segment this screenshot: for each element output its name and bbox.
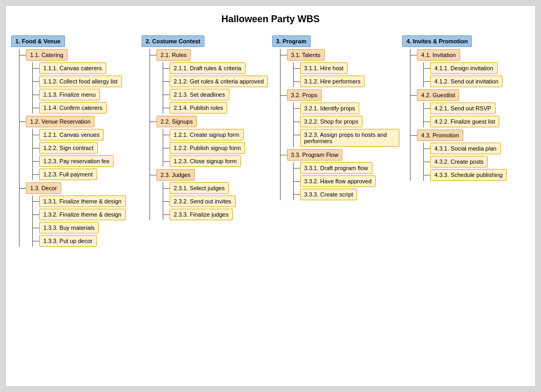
l3-venue-2: 1.2.3. Pay reservation fee [33,155,139,167]
l3-wrap-program-flow: 3.3.1. Draft program flow 3.3.2. Have fl… [293,162,400,200]
l2-box-invitation: 4.1. Invitation [417,49,460,61]
l3-judges-0: 2.3.1. Select judges [163,182,269,194]
wbs-diagram: 1. Food & Venue 1.1. Catering 1.1.1. Can… [11,35,530,249]
l2-wrap-col3: 3.1. Talents 3.1.1. Hire host 3.1.2. Hir… [280,49,400,200]
l3-wrap-decor: 1.3.1. Finalize theme & design 1.3.2. Fi… [32,195,139,247]
l3-guest-0: 4.2.1. Send out RSVP [424,102,530,114]
page: Halloween Party WBS 1. Food & Venue 1.1.… [5,5,536,387]
l1-node-col3: 3. Program [272,35,400,47]
l3-inv-1: 4.1.2. Send out invitation [424,76,530,87]
l2-box-decor: 1.3. Decor [26,182,61,194]
l3-wrap-invitation: 4.1.1. Design invitation 4.1.2. Send out… [423,62,530,87]
l1-box-col4: 4. Invites & Promotion [402,35,472,47]
l2-box-signups: 2.2. Signups [156,116,197,127]
column-3: 3. Program 3.1. Talents 3.1.1. Hire host… [272,35,400,249]
l3-venue-1: 1.2.2. Sign contract [33,142,139,154]
l2-wrap-col4: 4.1. Invitation 4.1.1. Design invitation… [410,49,530,181]
column-1: 1. Food & Venue 1.1. Catering 1.1.1. Can… [11,35,139,249]
l3-props-2: 3.2.3. Assign props to hosts and perform… [294,129,400,147]
l3-flow-0: 3.3.1. Draft program flow [294,162,400,174]
l3-talents-0: 3.1.1. Hire host [294,62,400,74]
l3-wrap-promotion: 4.3.1. Social media plan 4.3.2. Create p… [423,143,530,181]
l3-item-3: 1.1.4. Confirm caterers [33,102,139,114]
l2-box-catering: 1.1. Catering [26,49,68,61]
l2-item-catering: 1.1. Catering 1.1.1. Canvas caterers 1.1… [20,49,139,114]
l2-box-rules: 2.1. Rules [156,49,191,61]
l3-decor-0: 1.3.1. Finalize theme & design [33,195,139,207]
l2-item-judges: 2.3. Judges 2.3.1. Select judges 2.3.2. … [150,169,269,220]
l3-item-0: 1.1.1. Canvas caterers [33,62,139,74]
l1-box-col1: 1. Food & Venue [11,35,65,47]
l3-decor-1: 1.3.2. Finalize theme & design [33,209,139,220]
l3-wrap-signups: 1.2.1. Create signup form 1.2.2. Publish… [163,129,269,167]
l2-item-talents: 3.1. Talents 3.1.1. Hire host 3.1.2. Hir… [281,49,400,87]
l2-box-promotion: 4.3. Promotion [417,129,463,141]
l3-signups-1: 1.2.2. Publish signup form [163,142,269,154]
l2-item-rules: 2.1. Rules 2.1.1. Draft rules & criteria… [150,49,269,114]
section-col1: 1. Food & Venue 1.1. Catering 1.1.1. Can… [11,35,139,249]
l2-item-program-flow: 3.3. Program Flow 3.3.1. Draft program f… [281,149,400,200]
l2-item-promotion: 4.3. Promotion 4.3.1. Social media plan … [411,129,530,181]
l2-box-talents: 3.1. Talents [287,49,325,61]
l3-flow-2: 3.3.3. Create script [294,189,400,200]
l2-box-program-flow: 3.3. Program Flow [287,149,343,161]
l3-signups-2: 1.2.3. Close signup form [163,155,269,167]
section-col2: 2. Costume Contest 2.1. Rules 2.1.1. Dra… [142,35,269,222]
l2-item-venue: 1.2. Venue Reservation 1.2.1. Canvas ven… [20,116,139,180]
l3-decor-3: 1.3.3. Put up decor [33,235,139,247]
l3-decor-2: 1.3.3. Buy materials [33,222,139,234]
l2-wrap-col2: 2.1. Rules 2.1.1. Draft rules & criteria… [150,49,269,220]
l3-props-1: 3.2.2. Shop for props [294,116,400,127]
l3-guest-1: 4.2.2. Finalize guest list [424,116,530,127]
l2-item-guestlist: 4.2. Guestlist 4.2.1. Send out RSVP 4.2.… [411,89,530,127]
l3-item-2: 1.1.3. Finalize menu [33,89,139,100]
l2-box-venue: 1.2. Venue Reservation [26,116,95,127]
l3-promo-1: 4.3.2. Create posts [424,156,530,167]
l3-rules-1: 2.1.2. Get rules & criteria approved [163,76,269,87]
l3-signups-0: 1.2.1. Create signup form [163,129,269,141]
l2-box-props: 3.2. Props [287,89,322,101]
l3-venue-3: 1.2.3. Full payment [33,169,139,180]
l3-wrap-rules: 2.1.1. Draft rules & criteria 2.1.2. Get… [163,62,269,114]
l3-promo-2: 4.3.3. Schedule publishing [424,169,530,181]
l2-item-signups: 2.2. Signups 1.2.1. Create signup form 1… [150,116,269,167]
l2-item-decor: 1.3. Decor 1.3.1. Finalize theme & desig… [20,182,139,247]
l3-wrap-talents: 3.1.1. Hire host 3.1.2. Hire performers [293,62,400,87]
l3-wrap-catering: 1.1.1. Canvas caterers 1.1.2. Collect fo… [32,62,139,114]
l1-node-col1: 1. Food & Venue [11,35,139,47]
l3-rules-3: 2.1.4. Publish rules [163,102,269,114]
l2-box-guestlist: 4.2. Guestlist [417,89,459,101]
l3-judges-1: 2.3.2. Send out invites [163,195,269,207]
l3-inv-0: 4.1.1. Design invitation [424,62,530,74]
l1-box-col2: 2. Costume Contest [142,35,204,47]
l1-box-col3: 3. Program [272,35,311,47]
l3-rules-0: 2.1.1. Draft rules & criteria [163,62,269,74]
l3-rules-2: 2.1.3. Set deadlines [163,89,269,100]
l3-venue-0: 1.2.1. Canvas venues [33,129,139,141]
l3-wrap-guestlist: 4.2.1. Send out RSVP 4.2.2. Finalize gue… [423,102,530,127]
l1-node-col4: 4. Invites & Promotion [402,35,530,47]
l3-wrap-props: 3.2.1. Identify props 3.2.2. Shop for pr… [293,102,400,147]
page-title: Halloween Party WBS [11,14,530,25]
l2-box-judges: 2.3. Judges [156,169,195,181]
l2-wrap-col1: 1.1. Catering 1.1.1. Canvas caterers 1.1… [19,49,139,247]
l3-talents-1: 3.1.2. Hire performers [294,76,400,87]
l3-flow-1: 3.3.2. Have flow approved [294,175,400,187]
column-2: 2. Costume Contest 2.1. Rules 2.1.1. Dra… [142,35,269,249]
l3-wrap-judges: 2.3.1. Select judges 2.3.2. Send out inv… [163,182,269,220]
l2-item-props: 3.2. Props 3.2.1. Identify props 3.2.2. … [281,89,400,147]
section-col3: 3. Program 3.1. Talents 3.1.1. Hire host… [272,35,400,202]
l3-props-0: 3.2.1. Identify props [294,102,400,114]
l2-item-invitation: 4.1. Invitation 4.1.1. Design invitation… [411,49,530,87]
section-col4: 4. Invites & Promotion 4.1. Invitation 4… [402,35,530,183]
l3-wrap-venue: 1.2.1. Canvas venues 1.2.2. Sign contrac… [32,129,139,180]
l1-node-col2: 2. Costume Contest [142,35,269,47]
l3-promo-0: 4.3.1. Social media plan [424,143,530,154]
l3-judges-2: 2.3.3. Finalize judges [163,209,269,220]
column-4: 4. Invites & Promotion 4.1. Invitation 4… [402,35,530,249]
l3-item-1: 1.1.2. Collect food allergy list [33,76,139,87]
